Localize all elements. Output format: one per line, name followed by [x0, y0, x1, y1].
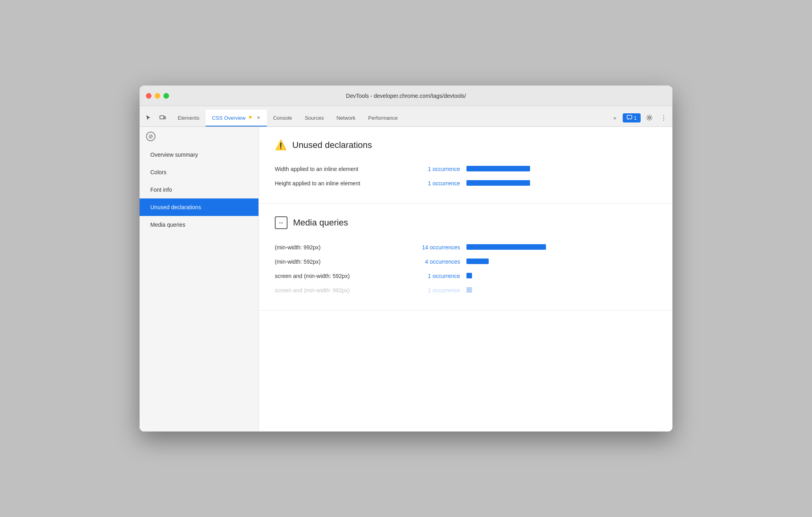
- svg-point-3: [649, 117, 651, 119]
- maximize-button[interactable]: [163, 93, 169, 99]
- devtools-window: DevTools - developer.chrome.com/tags/dev…: [140, 86, 672, 431]
- bar-container: [466, 287, 657, 293]
- row-label: (min-width: 992px): [275, 244, 402, 251]
- tabs-list: Elements CSS Overview ⚑ ✕ Console Source…: [171, 110, 610, 126]
- bar-container: [466, 166, 657, 172]
- cursor-icon[interactable]: [143, 112, 154, 123]
- tab-sources[interactable]: Sources: [298, 110, 330, 126]
- table-row: Width applied to an inline element 1 occ…: [275, 162, 657, 176]
- tab-performance-label: Performance: [368, 115, 398, 121]
- sidebar-nav: Overview summary Colors Font info Unused…: [140, 146, 258, 233]
- close-button[interactable]: [146, 93, 152, 99]
- section-media-queries-title: Media queries: [293, 218, 348, 228]
- row-count[interactable]: 1 occurrence: [408, 166, 460, 172]
- tabs-right-controls: » 1 ⋮: [610, 112, 669, 126]
- chat-badge: 1: [634, 115, 637, 121]
- table-row: (min-width: 992px) 14 occurrences: [275, 240, 657, 255]
- row-label: Height applied to an inline element: [275, 180, 402, 187]
- no-entry-icon: ⊘: [146, 132, 155, 141]
- warning-triangle-icon: ⚠️: [275, 140, 287, 151]
- minimize-button[interactable]: [155, 93, 160, 99]
- tabbar: Elements CSS Overview ⚑ ✕ Console Source…: [140, 106, 672, 127]
- occurrence-bar: [466, 258, 489, 264]
- section-unused-declarations-title: Unused declarations: [292, 140, 372, 150]
- tab-network-label: Network: [336, 115, 355, 121]
- row-label: Width applied to an inline element: [275, 166, 402, 172]
- tab-elements[interactable]: Elements: [171, 110, 206, 126]
- sidebar-item-unused-declarations[interactable]: Unused declarations: [140, 198, 258, 216]
- more-options-icon[interactable]: ⋮: [658, 112, 669, 123]
- occurrence-bar: [466, 273, 472, 278]
- table-row: (min-width: 592px) 4 occurrences: [275, 255, 657, 269]
- window-title: DevTools - developer.chrome.com/tags/dev…: [346, 93, 466, 99]
- warning-icon: ⚑: [248, 115, 253, 121]
- tab-console[interactable]: Console: [267, 110, 299, 126]
- sidebar-item-font-info[interactable]: Font info: [140, 181, 258, 198]
- content-area[interactable]: ⚠️ Unused declarations Width applied to …: [259, 127, 672, 431]
- table-row: Height applied to an inline element 1 oc…: [275, 176, 657, 190]
- titlebar: DevTools - developer.chrome.com/tags/dev…: [140, 86, 672, 106]
- tab-elements-label: Elements: [178, 115, 199, 121]
- window-controls: [146, 93, 169, 99]
- arrows-icon: ↔: [275, 216, 288, 229]
- tab-performance[interactable]: Performance: [362, 110, 404, 126]
- table-row: screen and (min-width: 992px) 1 occurren…: [275, 283, 657, 297]
- section-unused-declarations: ⚠️ Unused declarations Width applied to …: [259, 127, 672, 204]
- tab-sources-label: Sources: [305, 115, 324, 121]
- row-count[interactable]: 1 occurrence: [408, 180, 460, 187]
- tab-css-overview[interactable]: CSS Overview ⚑ ✕: [206, 110, 267, 126]
- svg-rect-0: [160, 116, 164, 119]
- bar-container: [466, 258, 657, 265]
- sidebar: ⊘ Overview summary Colors Font info Unus…: [140, 127, 259, 431]
- row-label: (min-width: 592px): [275, 258, 402, 265]
- sidebar-header: ⊘: [140, 127, 258, 146]
- svg-rect-1: [164, 117, 165, 119]
- devtools-left-icons: [143, 112, 168, 126]
- occurrence-bar: [466, 244, 546, 250]
- tab-css-overview-label: CSS Overview: [212, 115, 246, 121]
- sidebar-item-colors[interactable]: Colors: [140, 163, 258, 181]
- occurrence-bar: [466, 180, 530, 186]
- sidebar-item-media-queries[interactable]: Media queries: [140, 216, 258, 233]
- section-unused-declarations-header: ⚠️ Unused declarations: [275, 140, 657, 151]
- main-content: ⊘ Overview summary Colors Font info Unus…: [140, 127, 672, 431]
- device-toggle-icon[interactable]: [157, 112, 168, 123]
- settings-icon[interactable]: [644, 112, 655, 123]
- table-row: screen and (min-width: 592px) 1 occurren…: [275, 269, 657, 283]
- tab-close-icon[interactable]: ✕: [256, 115, 260, 121]
- row-label: screen and (min-width: 592px): [275, 273, 402, 279]
- bar-container: [466, 273, 657, 279]
- occurrence-bar: [466, 166, 530, 171]
- occurrence-bar: [466, 287, 472, 293]
- row-count[interactable]: 14 occurrences: [408, 244, 460, 251]
- tab-console-label: Console: [273, 115, 292, 121]
- svg-rect-2: [627, 115, 632, 119]
- bar-container: [466, 180, 657, 187]
- section-media-queries-header: ↔ Media queries: [275, 216, 657, 229]
- sidebar-item-overview-summary[interactable]: Overview summary: [140, 146, 258, 163]
- row-count[interactable]: 4 occurrences: [408, 258, 460, 265]
- row-count[interactable]: 1 occurrence: [408, 287, 460, 293]
- more-tabs-button[interactable]: »: [610, 113, 620, 122]
- tab-network[interactable]: Network: [330, 110, 362, 126]
- row-count[interactable]: 1 occurrence: [408, 273, 460, 279]
- section-media-queries: ↔ Media queries (min-width: 992px) 14 oc…: [259, 204, 672, 311]
- chat-button[interactable]: 1: [623, 113, 641, 122]
- bar-container: [466, 244, 657, 251]
- row-label: screen and (min-width: 992px): [275, 287, 402, 293]
